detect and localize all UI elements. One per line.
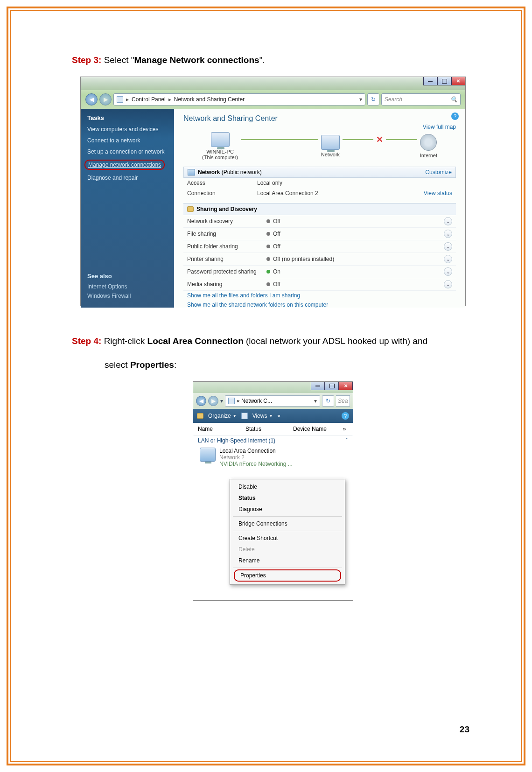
connection-device: NVIDIA nForce Networking ...	[219, 461, 293, 467]
connection-name: Local Area Connection	[219, 448, 293, 454]
menu-item-delete: Delete	[231, 544, 344, 555]
node-network: Network	[321, 135, 340, 157]
menu-item-status[interactable]: Status	[231, 492, 344, 504]
expand-button[interactable]: ⌄	[444, 280, 452, 288]
task-view-computers[interactable]: View computers and devices	[87, 126, 168, 133]
collapse-icon[interactable]: ˄	[345, 437, 348, 444]
expand-button[interactable]: ⌄	[444, 255, 452, 263]
expand-button[interactable]: ⌄	[444, 242, 452, 251]
refresh-button[interactable]: ↻	[322, 395, 334, 407]
sharing-discovery-header: Sharing and Discovery	[183, 203, 456, 215]
status-dot	[266, 245, 270, 248]
search-input[interactable]: Search 🔍	[381, 93, 461, 105]
toolbar-more[interactable]: »	[277, 413, 280, 419]
view-status-link[interactable]: View status	[424, 190, 452, 197]
back-button[interactable]: ◀	[196, 396, 206, 406]
col-name[interactable]: Name	[198, 426, 245, 432]
network-map: WINNIE-PC (This computer) Network ✕ Inte…	[202, 132, 437, 160]
col-status[interactable]: Status	[245, 426, 293, 432]
link-show-files-sharing[interactable]: Show me all the files and folders I am s…	[183, 291, 456, 300]
sd-row: Network discoveryOff⌄	[183, 215, 456, 228]
control-panel-icon	[117, 96, 123, 103]
sd-row: Password protected sharingOn⌄	[183, 266, 456, 278]
views-menu[interactable]: Views ▼	[252, 413, 273, 419]
toolbar: Organize ▼ Views ▼ » ?	[193, 409, 353, 423]
help-icon[interactable]: ?	[451, 112, 459, 120]
breadcrumb[interactable]: « Network C... ▾	[225, 395, 320, 407]
help-icon[interactable]: ?	[342, 412, 349, 420]
menu-item-rename[interactable]: Rename	[231, 555, 344, 566]
sd-row: File sharingOff⌄	[183, 228, 456, 240]
step4-line2: select Properties:	[105, 358, 474, 372]
menu-item-diagnose[interactable]: Diagnose	[231, 504, 344, 515]
maximize-button[interactable]	[437, 77, 451, 85]
menu-item-create-shortcut[interactable]: Create Shortcut	[231, 533, 344, 544]
breadcrumb[interactable]: ▸ Control Panel ▸ Network and Sharing Ce…	[113, 93, 365, 105]
node-this-pc: WINNIE-PC (This computer)	[202, 132, 238, 160]
row-connection: Connection Local Area Connection 2 View …	[183, 188, 456, 198]
node-internet: Internet	[420, 134, 437, 158]
link-show-shared-folders[interactable]: Show me all the shared network folders o…	[183, 300, 456, 309]
connection-item[interactable]: Local Area Connection Network 2 NVIDIA n…	[193, 446, 353, 469]
refresh-button[interactable]: ↻	[367, 93, 379, 105]
forward-button[interactable]: ▶	[99, 93, 112, 105]
step4-label: Step 4:	[72, 336, 101, 346]
organize-menu[interactable]: Organize ▼	[208, 413, 237, 419]
customize-link[interactable]: Customize	[425, 169, 452, 175]
minimize-button[interactable]	[423, 77, 437, 85]
status-dot	[266, 232, 270, 236]
minimize-button[interactable]	[311, 382, 325, 390]
network-section-bar: Network (Public network) Customize	[183, 167, 456, 178]
step3-label: Step 3:	[72, 55, 101, 65]
address-bar: ◀ ▶ ▾ « Network C... ▾ ↻ Sea	[193, 393, 353, 409]
tasks-header: Tasks	[87, 114, 168, 121]
search-input[interactable]: Sea	[336, 395, 350, 407]
window-titlebar: ✕	[81, 77, 465, 90]
task-setup-connection[interactable]: Set up a connection or network	[87, 148, 168, 155]
status-dot	[266, 219, 270, 223]
map-line	[241, 139, 318, 140]
status-dot	[266, 257, 270, 261]
pc-icon	[211, 132, 230, 147]
step3-text: Step 3: Select "Manage Network connectio…	[72, 53, 474, 67]
search-icon: 🔍	[450, 96, 457, 103]
context-menu: DisableStatusDiagnoseBridge ConnectionsC…	[230, 479, 345, 585]
page-title: Network and Sharing Center	[183, 114, 456, 123]
group-header[interactable]: LAN or High-Speed Internet (1) ˄	[193, 435, 353, 446]
view-full-map-link[interactable]: View full map	[423, 124, 456, 130]
task-connect-network[interactable]: Connect to a network	[87, 137, 168, 144]
link-windows-firewall[interactable]: Windows Firewall	[87, 293, 168, 299]
dropdown-icon[interactable]: ▾	[359, 96, 362, 103]
col-device[interactable]: Device Name	[293, 426, 341, 432]
status-dot	[266, 282, 270, 286]
status-dot	[266, 270, 270, 274]
close-button[interactable]: ✕	[339, 382, 353, 390]
network-small-icon	[188, 169, 195, 175]
back-button[interactable]: ◀	[85, 93, 98, 105]
close-button[interactable]: ✕	[451, 77, 465, 85]
connection-icon	[200, 448, 216, 462]
see-also-section: See also Internet Options Windows Firewa…	[87, 273, 168, 302]
window-titlebar: ✕	[193, 382, 353, 393]
screenshot-network-connections: ✕ ◀ ▶ ▾ « Network C... ▾ ↻ Sea Organize …	[193, 381, 353, 601]
menu-item-disable[interactable]: Disable	[231, 481, 344, 492]
column-headers[interactable]: Name Status Device Name »	[193, 423, 353, 435]
network-icon	[321, 135, 340, 150]
folder-icon	[228, 398, 235, 404]
expand-button[interactable]: ⌄	[444, 230, 452, 238]
menu-item-bridge-connections[interactable]: Bridge Connections	[231, 518, 344, 529]
globe-icon	[420, 134, 437, 151]
more-columns[interactable]: »	[341, 426, 348, 432]
screenshot-network-sharing-center: ✕ ◀ ▶ ▸ Control Panel ▸ Network and Shar…	[80, 77, 466, 306]
tasks-sidebar: Tasks View computers and devices Connect…	[81, 109, 174, 308]
task-manage-network-connections[interactable]: Manage network connections	[84, 160, 165, 170]
menu-item-properties[interactable]: Properties	[234, 569, 341, 582]
link-internet-options[interactable]: Internet Options	[87, 283, 168, 290]
expand-button[interactable]: ⌄	[444, 217, 452, 225]
maximize-button[interactable]	[325, 382, 339, 390]
task-diagnose-repair[interactable]: Diagnose and repair	[87, 175, 168, 181]
main-panel: ? Network and Sharing Center View full m…	[174, 109, 465, 308]
dropdown-icon[interactable]: ▾	[314, 398, 317, 404]
forward-button[interactable]: ▶	[208, 396, 218, 406]
expand-button[interactable]: ⌄	[444, 267, 452, 276]
